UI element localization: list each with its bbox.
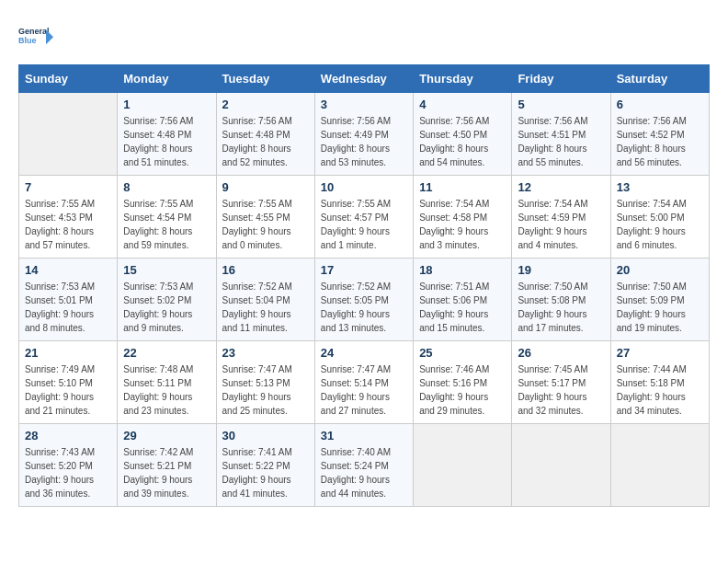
day-info: Sunrise: 7:49 AMSunset: 5:10 PMDaylight:… bbox=[25, 362, 111, 418]
calendar-cell: 4Sunrise: 7:56 AMSunset: 4:50 PMDaylight… bbox=[414, 93, 512, 176]
day-info: Sunrise: 7:56 AMSunset: 4:48 PMDaylight:… bbox=[123, 114, 210, 169]
calendar-cell: 17Sunrise: 7:52 AMSunset: 5:05 PMDayligh… bbox=[314, 259, 413, 341]
day-info: Sunrise: 7:48 AMSunset: 5:11 PMDaylight:… bbox=[123, 362, 210, 418]
day-number: 16 bbox=[222, 263, 309, 277]
calendar-week-row: 7Sunrise: 7:55 AMSunset: 4:53 PMDaylight… bbox=[19, 176, 710, 259]
calendar-cell: 1Sunrise: 7:56 AMSunset: 4:48 PMDaylight… bbox=[118, 93, 216, 176]
day-info: Sunrise: 7:56 AMSunset: 4:49 PMDaylight:… bbox=[321, 114, 407, 169]
day-number: 4 bbox=[419, 98, 506, 111]
calendar-cell: 25Sunrise: 7:46 AMSunset: 5:16 PMDayligh… bbox=[414, 341, 512, 424]
day-number: 28 bbox=[25, 429, 111, 442]
day-info: Sunrise: 7:56 AMSunset: 4:51 PMDaylight:… bbox=[518, 114, 604, 169]
day-info: Sunrise: 7:52 AMSunset: 5:05 PMDaylight:… bbox=[321, 280, 407, 335]
day-info: Sunrise: 7:53 AMSunset: 5:01 PMDaylight:… bbox=[25, 280, 111, 335]
svg-marker-2 bbox=[46, 29, 53, 44]
calendar-cell: 19Sunrise: 7:50 AMSunset: 5:08 PMDayligh… bbox=[512, 259, 610, 341]
calendar-table: SundayMondayTuesdayWednesdayThursdayFrid… bbox=[18, 64, 710, 507]
weekday-header-thursday: Thursday bbox=[414, 65, 512, 93]
weekday-header-monday: Monday bbox=[118, 65, 216, 93]
calendar-cell: 24Sunrise: 7:47 AMSunset: 5:14 PMDayligh… bbox=[314, 341, 413, 424]
calendar-cell: 10Sunrise: 7:55 AMSunset: 4:57 PMDayligh… bbox=[314, 176, 413, 259]
day-info: Sunrise: 7:42 AMSunset: 5:21 PMDaylight:… bbox=[123, 445, 210, 500]
day-info: Sunrise: 7:56 AMSunset: 4:52 PMDaylight:… bbox=[617, 114, 703, 169]
day-info: Sunrise: 7:43 AMSunset: 5:20 PMDaylight:… bbox=[25, 445, 111, 500]
day-info: Sunrise: 7:47 AMSunset: 5:14 PMDaylight:… bbox=[321, 362, 407, 418]
day-number: 12 bbox=[518, 180, 604, 194]
calendar-cell: 30Sunrise: 7:41 AMSunset: 5:22 PMDayligh… bbox=[216, 424, 314, 507]
day-number: 17 bbox=[321, 263, 407, 277]
day-number: 21 bbox=[25, 346, 111, 360]
calendar-cell: 14Sunrise: 7:53 AMSunset: 5:01 PMDayligh… bbox=[19, 259, 118, 341]
day-number: 22 bbox=[123, 346, 210, 360]
day-number: 7 bbox=[25, 180, 111, 194]
logo-icon: GeneralBlue bbox=[18, 18, 55, 55]
day-number: 31 bbox=[321, 429, 407, 442]
day-info: Sunrise: 7:44 AMSunset: 5:18 PMDaylight:… bbox=[617, 362, 703, 418]
calendar-cell: 26Sunrise: 7:45 AMSunset: 5:17 PMDayligh… bbox=[512, 341, 610, 424]
day-number: 23 bbox=[222, 346, 309, 360]
day-number: 13 bbox=[617, 180, 703, 194]
calendar-cell: 21Sunrise: 7:49 AMSunset: 5:10 PMDayligh… bbox=[19, 341, 118, 424]
day-number: 30 bbox=[222, 429, 309, 442]
day-info: Sunrise: 7:45 AMSunset: 5:17 PMDaylight:… bbox=[518, 362, 604, 418]
weekday-header-friday: Friday bbox=[512, 65, 610, 93]
day-number: 11 bbox=[419, 180, 506, 194]
calendar-cell: 20Sunrise: 7:50 AMSunset: 5:09 PMDayligh… bbox=[610, 259, 709, 341]
day-number: 29 bbox=[123, 429, 210, 442]
day-info: Sunrise: 7:47 AMSunset: 5:13 PMDaylight:… bbox=[222, 362, 309, 418]
calendar-cell: 27Sunrise: 7:44 AMSunset: 5:18 PMDayligh… bbox=[610, 341, 709, 424]
day-number: 10 bbox=[321, 180, 407, 194]
calendar-cell: 13Sunrise: 7:54 AMSunset: 5:00 PMDayligh… bbox=[610, 176, 709, 259]
calendar-cell: 5Sunrise: 7:56 AMSunset: 4:51 PMDaylight… bbox=[512, 93, 610, 176]
logo: GeneralBlue bbox=[18, 18, 55, 55]
calendar-week-row: 28Sunrise: 7:43 AMSunset: 5:20 PMDayligh… bbox=[19, 424, 710, 507]
calendar-cell: 18Sunrise: 7:51 AMSunset: 5:06 PMDayligh… bbox=[414, 259, 512, 341]
weekday-header-saturday: Saturday bbox=[610, 65, 709, 93]
day-number: 6 bbox=[617, 98, 703, 111]
day-info: Sunrise: 7:55 AMSunset: 4:54 PMDaylight:… bbox=[123, 197, 210, 252]
calendar-cell: 15Sunrise: 7:53 AMSunset: 5:02 PMDayligh… bbox=[118, 259, 216, 341]
calendar-cell: 22Sunrise: 7:48 AMSunset: 5:11 PMDayligh… bbox=[118, 341, 216, 424]
day-number: 3 bbox=[321, 98, 407, 111]
day-number: 25 bbox=[419, 346, 506, 360]
day-number: 14 bbox=[25, 263, 111, 277]
day-info: Sunrise: 7:46 AMSunset: 5:16 PMDaylight:… bbox=[419, 362, 506, 418]
day-info: Sunrise: 7:55 AMSunset: 4:55 PMDaylight:… bbox=[222, 197, 309, 252]
calendar-cell: 31Sunrise: 7:40 AMSunset: 5:24 PMDayligh… bbox=[314, 424, 413, 507]
calendar-cell: 8Sunrise: 7:55 AMSunset: 4:54 PMDaylight… bbox=[118, 176, 216, 259]
day-number: 2 bbox=[222, 98, 309, 111]
page-header: GeneralBlue bbox=[18, 18, 710, 55]
day-info: Sunrise: 7:54 AMSunset: 4:58 PMDaylight:… bbox=[419, 197, 506, 252]
calendar-cell: 11Sunrise: 7:54 AMSunset: 4:58 PMDayligh… bbox=[414, 176, 512, 259]
calendar-cell: 6Sunrise: 7:56 AMSunset: 4:52 PMDaylight… bbox=[610, 93, 709, 176]
weekday-header-wednesday: Wednesday bbox=[314, 65, 413, 93]
weekday-header-tuesday: Tuesday bbox=[216, 65, 314, 93]
day-info: Sunrise: 7:56 AMSunset: 4:50 PMDaylight:… bbox=[419, 114, 506, 169]
calendar-cell bbox=[610, 424, 709, 507]
day-info: Sunrise: 7:40 AMSunset: 5:24 PMDaylight:… bbox=[321, 445, 407, 500]
calendar-cell: 23Sunrise: 7:47 AMSunset: 5:13 PMDayligh… bbox=[216, 341, 314, 424]
calendar-week-row: 1Sunrise: 7:56 AMSunset: 4:48 PMDaylight… bbox=[19, 93, 710, 176]
day-info: Sunrise: 7:53 AMSunset: 5:02 PMDaylight:… bbox=[123, 280, 210, 335]
calendar-cell bbox=[512, 424, 610, 507]
day-info: Sunrise: 7:52 AMSunset: 5:04 PMDaylight:… bbox=[222, 280, 309, 335]
day-number: 27 bbox=[617, 346, 703, 360]
day-info: Sunrise: 7:56 AMSunset: 4:48 PMDaylight:… bbox=[222, 114, 309, 169]
day-number: 9 bbox=[222, 180, 309, 194]
day-info: Sunrise: 7:41 AMSunset: 5:22 PMDaylight:… bbox=[222, 445, 309, 500]
calendar-cell: 9Sunrise: 7:55 AMSunset: 4:55 PMDaylight… bbox=[216, 176, 314, 259]
day-number: 8 bbox=[123, 180, 210, 194]
day-info: Sunrise: 7:54 AMSunset: 4:59 PMDaylight:… bbox=[518, 197, 604, 252]
day-info: Sunrise: 7:55 AMSunset: 4:53 PMDaylight:… bbox=[25, 197, 111, 252]
day-info: Sunrise: 7:55 AMSunset: 4:57 PMDaylight:… bbox=[321, 197, 407, 252]
calendar-cell: 12Sunrise: 7:54 AMSunset: 4:59 PMDayligh… bbox=[512, 176, 610, 259]
calendar-cell bbox=[19, 93, 118, 176]
day-number: 5 bbox=[518, 98, 604, 111]
day-number: 24 bbox=[321, 346, 407, 360]
calendar-cell: 16Sunrise: 7:52 AMSunset: 5:04 PMDayligh… bbox=[216, 259, 314, 341]
day-number: 19 bbox=[518, 263, 604, 277]
day-info: Sunrise: 7:54 AMSunset: 5:00 PMDaylight:… bbox=[617, 197, 703, 252]
day-number: 26 bbox=[518, 346, 604, 360]
calendar-cell: 7Sunrise: 7:55 AMSunset: 4:53 PMDaylight… bbox=[19, 176, 118, 259]
weekday-header-sunday: Sunday bbox=[19, 65, 118, 93]
